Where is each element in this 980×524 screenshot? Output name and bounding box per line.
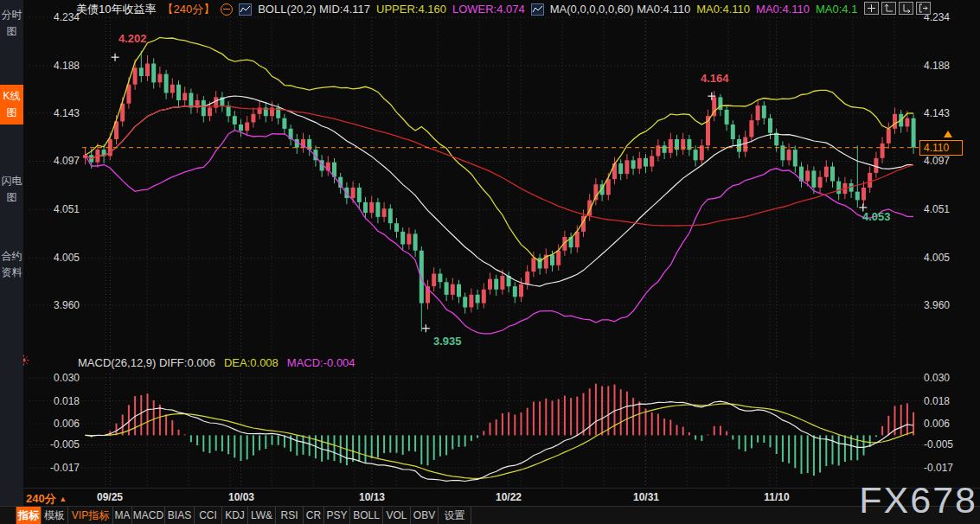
exit-fullscreen-icon[interactable] [916,2,931,15]
period-badge[interactable]: 【240分】 [162,2,215,17]
toolbar-tab-MA[interactable]: MA [113,507,132,524]
y-axis-label-left: 4.234 [31,11,80,23]
x-axis-scale-icon[interactable] [899,2,913,15]
toolbar-tab-VOL[interactable]: VOL [383,507,411,524]
watermark: FX678 [859,479,977,521]
macd-axis-label-left: 0.030 [31,372,80,384]
chart-tool-icons [864,2,931,15]
toolbar-tab-KDJ[interactable]: KDJ [222,507,248,524]
x-axis-date-label: 11/10 [764,491,789,503]
sidebar-item-contract-info[interactable]: 合约资料 [0,245,23,284]
toolbar-tab-tab0[interactable]: 指标 [16,507,42,524]
x-axis-date-label: 10/31 [633,491,659,503]
macd-axis-label-left: 0.018 [31,395,80,407]
y-axis-label-right: 4.143 [924,107,976,119]
y-axis-label-left: 4.143 [31,107,80,119]
sidebar-item-kline-chart[interactable]: K线图 [0,85,23,125]
y-axis-label-left: 4.051 [31,203,80,215]
y-axis-label-right: 4.234 [924,11,976,23]
toolbar-tab-CCI[interactable]: CCI [195,507,222,524]
x-axis-date-label: 10/03 [228,491,254,503]
period-selector[interactable]: 240分 ▲ [26,491,67,507]
ma-indicator-icon[interactable] [531,3,544,16]
y-axis-label-left: 4.097 [31,155,80,167]
toolbar-tab-BOLL[interactable]: BOLL [350,507,383,524]
ma-green-label: MA0:4.1 [816,3,857,16]
y-axis-label-left: 4.188 [31,60,80,72]
toolbar-tab-tab1[interactable]: 模板 [42,507,68,524]
toolbar-tab-VIP[interactable]: VIP指标 [68,507,113,524]
toolbar-tab-CR[interactable]: CR [304,507,324,524]
ma-magenta-label: MA0:4.110 [756,3,810,16]
boll-upper-label: UPPER:4.160 [376,3,446,16]
chart-canvas[interactable] [0,0,980,524]
macd-axis-label-right: 0.006 [924,418,976,430]
y-axis-label-left: 3.960 [31,299,80,311]
indicator-toolbar: 指标模板VIP指标MAMACDBIASCCIKDJLW&RSICRPSYBOLL… [0,506,980,524]
collapse-icon[interactable] [221,3,233,16]
y-axis-label-right: 4.188 [924,60,976,72]
y-axis-label-right: 4.097 [924,155,976,167]
macd-axis-label-right: 0.030 [924,372,976,384]
price-annotation: 4.053 [862,210,891,223]
macd-axis-label-right: -0.005 [924,438,976,451]
toolbar-tab-tab15[interactable]: 设置 [439,507,471,524]
x-axis-date-label: 10/22 [496,491,522,503]
boll-lower-label: LOWER:4.074 [452,3,525,16]
macd-diff-label: MACD(26,12,9) DIFF:0.006 [78,356,215,369]
toolbar-tab-RSI[interactable]: RSI [276,507,304,524]
x-axis-date-label: 09/25 [97,491,123,503]
left-sidebar: 分时图 K线图 闪电图 合约资料 [0,0,23,506]
chevron-up-icon: ▲ [59,495,67,503]
price-annotation: 4.202 [118,32,147,45]
macd-axis-label-left: -0.005 [31,438,80,451]
boll-indicator-icon[interactable] [239,3,252,16]
toolbar-tab-PSY[interactable]: PSY [324,507,350,524]
macd-axis-label-left: 0.006 [31,418,80,430]
ma-yellow-label: MA0:4.110 [696,3,750,16]
sidebar-item-time-chart[interactable]: 分时图 [0,3,23,43]
chart-header: 美债10年收益率 【240分】 BOLL(20,2) MID:4.117 UPP… [76,2,857,16]
y-axis-label-left: 4.005 [31,252,80,264]
macd-header: MACD(26,12,9) DIFF:0.006 DEA:0.008 MACD:… [78,356,355,369]
price-annotation: 4.164 [701,72,729,85]
y-axis-label-right: 3.960 [924,299,976,311]
macd-dea-label: DEA:0.008 [224,356,279,369]
macd-axis-label-left: -0.017 [31,462,80,474]
trading-app-window: 分时图 K线图 闪电图 合约资料 美债10年收益率 【240分】 BOLL(20… [0,0,980,524]
current-price-box: 4.110 [919,140,963,156]
y-axis-scale-icon[interactable] [881,2,896,15]
macd-axis-label-right: 0.018 [924,395,976,407]
x-axis-date-label: 10/13 [359,491,385,503]
crosshair-icon[interactable] [864,2,879,15]
toolbar-tab-LW[interactable]: LW& [248,507,276,524]
toolbar-tab-MACD[interactable]: MACD [132,507,165,524]
macd-value-label: MACD:-0.004 [287,356,355,369]
ma-white-label: MA(0,0,0,0,0,60) MA0:4.110 [550,3,690,16]
y-axis-label-right: 4.005 [924,252,976,264]
toolbar-tab-BIAS[interactable]: BIAS [165,507,195,524]
boll-mid-label: BOLL(20,2) MID:4.117 [258,3,370,16]
price-annotation: 3.935 [433,335,462,348]
toolbar-tab-OBV[interactable]: OBV [411,507,439,524]
price-up-arrow-icon [944,131,952,137]
period-text: 240分 [26,492,56,505]
sidebar-item-lightning-chart[interactable]: 闪电图 [0,169,23,209]
y-axis-label-right: 4.051 [924,203,976,215]
macd-axis-label-right: -0.017 [924,462,976,474]
instrument-title: 美债10年收益率 [76,2,156,17]
